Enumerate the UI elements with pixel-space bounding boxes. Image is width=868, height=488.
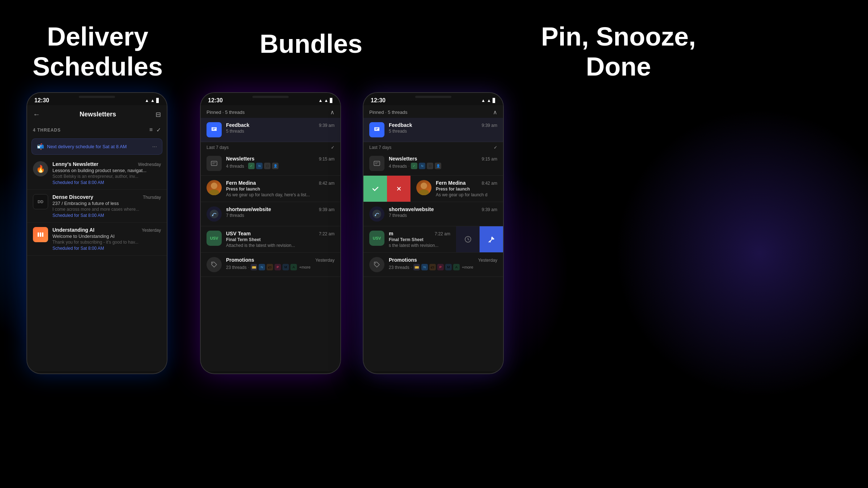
feedback-bundle-center[interactable]: Feedback 9:39 am 5 threads	[201, 118, 340, 142]
swipe-pin-action[interactable]	[480, 226, 503, 252]
svg-rect-2	[42, 232, 43, 237]
svg-point-4	[211, 183, 217, 189]
delivery-text: Next delivery schedule for Sat at 8 AM	[47, 144, 152, 149]
phone-right-status-icons: ▲ ▲ ▊	[481, 98, 496, 103]
newsletters-bundle-center[interactable]: Newsletters 9:15 am 4 threads · ✓ N □ 👤	[201, 151, 340, 176]
fern-subject-center: Press for launch	[226, 187, 335, 192]
usv-icon-right: USV	[369, 231, 384, 246]
phone-center-time: 12:30	[208, 97, 223, 104]
svg-point-10	[421, 183, 427, 189]
delivery-icon: 📬	[37, 143, 44, 150]
svg-rect-9	[374, 161, 380, 166]
fern-avatar-right	[416, 180, 431, 195]
feedback-content-center: Feedback 9:39 am 5 threads	[226, 122, 335, 134]
feedback-threads-center: 5 threads	[226, 129, 335, 134]
swipe-check-action[interactable]	[363, 176, 387, 202]
last-7-days-right: Last 7 days ✓	[363, 142, 503, 151]
phone-right: 12:30 ▲ ▲ ▊ Pinned · 5 threads ∧ Feedbac…	[363, 92, 504, 374]
collapse-icon-right[interactable]: ∧	[493, 109, 497, 116]
usv-name-center: USV Team	[226, 231, 251, 236]
usv-swipe-row[interactable]: USV m 7:22 am Final Term Sheet s the lat…	[363, 226, 503, 253]
nav-header-left: ← Newsletters ⊟	[27, 105, 167, 124]
fern-item-right[interactable]: Fern Medina 8:42 am Press for launch As …	[410, 176, 503, 202]
feedback-time-center: 9:39 am	[319, 123, 335, 128]
mark-all-right[interactable]: ✓	[494, 145, 497, 150]
fern-preview-right: As we gear up for launch d	[436, 192, 497, 197]
dense-subject: 237 / Embracing a future of less	[52, 201, 161, 206]
dense-avatar: DD	[33, 194, 48, 209]
shortwave-icon-center	[207, 206, 222, 222]
newsletters-name-right: Newsletters	[389, 156, 417, 162]
pinned-header-center: Pinned · 5 threads ∧	[201, 105, 340, 118]
dense-content: Dense Discovery Thursday 237 / Embracing…	[52, 194, 161, 218]
svg-point-15	[375, 263, 376, 264]
svg-point-12	[373, 210, 381, 218]
usv-time-right: 7:22 am	[435, 231, 450, 236]
svg-point-8	[212, 263, 213, 264]
svg-point-7	[212, 215, 213, 216]
phone-center: 12:30 ▲ ▲ ▊ Pinned · 5 threads ∧ Feedbac…	[200, 92, 341, 374]
promotions-time-right: Yesterday	[478, 258, 497, 263]
bg-glow-right	[615, 108, 868, 398]
email-item-lenny[interactable]: 🔥 Lenny's Newsletter Wednesday Lessons o…	[27, 157, 167, 190]
promotions-name-center: Promotions	[226, 257, 254, 263]
collapse-icon-center[interactable]: ∧	[330, 109, 335, 116]
feedback-threads-right: 5 threads	[389, 129, 497, 134]
threads-bar: 4 THREADS ≡ ✓	[27, 124, 167, 136]
newsletters-icon-right	[369, 156, 384, 171]
phone-center-screen: Pinned · 5 threads ∧ Feedback 9:39 am 5 …	[201, 105, 340, 371]
fern-swipe-row[interactable]: Fern Medina 8:42 am Press for launch As …	[363, 176, 503, 202]
usv-time-center: 7:22 am	[319, 231, 335, 236]
newsletters-bundle-right[interactable]: Newsletters 9:15 am 4 threads · ✓ N □ 👤	[363, 151, 503, 176]
lenny-preview: Scott Belsky is an entrepreneur, author,…	[52, 174, 161, 179]
swipe-delete-action[interactable]	[387, 176, 410, 202]
phone-right-time: 12:30	[371, 97, 386, 104]
lenny-avatar: 🔥	[33, 161, 48, 176]
feedback-icon-center	[207, 122, 222, 137]
pinned-label-right: Pinned · 5 threads	[369, 110, 408, 115]
promotions-bundle-right[interactable]: Promotions Yesterday 23 threads · 🎫 N 🏷 …	[363, 253, 503, 277]
mark-all-center[interactable]: ✓	[331, 145, 335, 150]
feedback-bundle-right[interactable]: Feedback 9:39 am 5 threads	[363, 118, 503, 142]
swipe-clock-action[interactable]	[456, 226, 480, 252]
phone-left-notch	[79, 96, 115, 98]
ai-content: Understanding AI Yesterday Welcome to Un…	[52, 227, 161, 251]
svg-rect-1	[40, 232, 41, 237]
fern-content-right: Fern Medina 8:42 am Press for launch As …	[436, 180, 497, 197]
usv-subject-right: Final Term Sheet	[389, 237, 450, 242]
promotions-bundle-center[interactable]: Promotions Yesterday 23 threads · 🎫 N 🏷 …	[201, 253, 340, 277]
shortwave-bundle-center[interactable]: shortwave/website 9:39 am 7 threads	[201, 202, 340, 226]
phone-center-status-icons: ▲ ▲ ▊	[318, 98, 333, 103]
promotions-badges-right: 23 threads · 🎫 N 🏷 P M A +more	[389, 264, 497, 270]
check-all-icon[interactable]: ✓	[156, 127, 161, 133]
newsletters-badges-center: 4 threads · ✓ N □ 👤	[226, 163, 335, 169]
newsletters-content-right: Newsletters 9:15 am 4 threads · ✓ N □ 👤	[389, 156, 497, 169]
delivery-banner[interactable]: 📬 Next delivery schedule for Sat at 8 AM…	[31, 138, 162, 155]
email-item-ai[interactable]: Understanding AI Yesterday Welcome to Un…	[27, 223, 167, 256]
layout-icon[interactable]: ⊟	[156, 111, 161, 119]
phone-right-notch	[415, 96, 451, 98]
newsletters-icon-center	[207, 156, 222, 171]
svg-rect-3	[211, 161, 217, 166]
more-icon[interactable]: ···	[152, 144, 157, 150]
usv-item-right[interactable]: USV m 7:22 am Final Term Sheet s the lat…	[363, 226, 456, 252]
newsletters-title: Newsletters	[80, 111, 116, 118]
usv-name-right: m	[389, 231, 393, 236]
fern-bundle-center[interactable]: Fern Medina 8:42 am Press for launch As …	[201, 176, 340, 202]
shortwave-content-center: shortwave/website 9:39 am 7 threads	[226, 206, 335, 218]
dense-sender: Dense Discovery	[52, 194, 93, 200]
shortwave-bundle-right[interactable]: shortwave/website 9:39 am 7 threads	[363, 202, 503, 226]
dense-preview: I come across more and more cases where.…	[52, 207, 161, 212]
email-item-dense[interactable]: DD Dense Discovery Thursday 237 / Embrac…	[27, 190, 167, 223]
usv-bundle-center[interactable]: USV USV Team 7:22 am Final Term Sheet At…	[201, 226, 340, 253]
ai-date: Yesterday	[142, 228, 161, 233]
shortwave-content-right: shortwave/website 9:39 am 7 threads	[389, 206, 497, 218]
promotions-badges-center: 23 threads · 🎫 N 🏷 P M A +more	[226, 264, 335, 270]
back-icon[interactable]: ←	[33, 110, 40, 119]
feedback-icon-right	[369, 122, 384, 137]
sort-icon[interactable]: ≡	[149, 127, 153, 133]
lenny-sender: Lenny's Newsletter	[52, 161, 98, 167]
shortwave-icon-right	[369, 206, 384, 222]
phone-left-screen: ← Newsletters ⊟ 4 THREADS ≡ ✓ 📬 Next del…	[27, 105, 167, 371]
usv-preview-center: Attached is the latest with revision...	[226, 243, 335, 248]
